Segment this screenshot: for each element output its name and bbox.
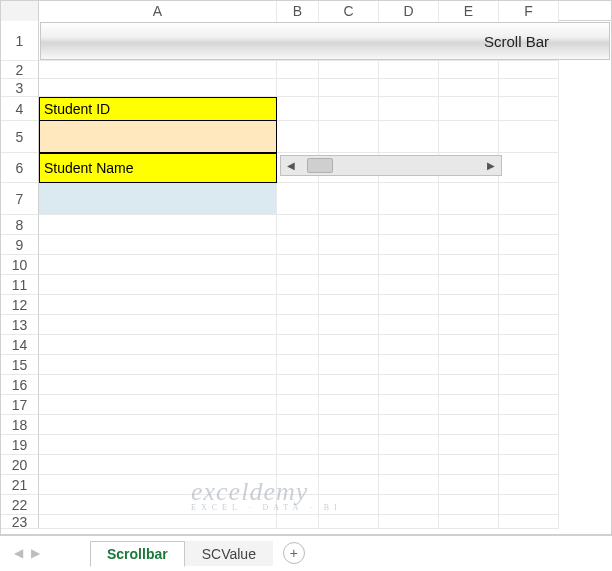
cell-F7[interactable] xyxy=(499,183,559,215)
cell-B2[interactable] xyxy=(277,61,319,79)
cell-B18[interactable] xyxy=(277,415,319,435)
row-header-13[interactable]: 13 xyxy=(1,315,39,335)
cell-A16[interactable] xyxy=(39,375,277,395)
cell-C13[interactable] xyxy=(319,315,379,335)
cell-C14[interactable] xyxy=(319,335,379,355)
cell-D10[interactable] xyxy=(379,255,439,275)
cell-B20[interactable] xyxy=(277,455,319,475)
cell-D23[interactable] xyxy=(379,515,439,529)
cell-F18[interactable] xyxy=(499,415,559,435)
col-header-D[interactable]: D xyxy=(379,1,439,21)
cell-F6[interactable] xyxy=(499,153,559,183)
row-header-8[interactable]: 8 xyxy=(1,215,39,235)
cell-A3[interactable] xyxy=(39,79,277,97)
cell-F19[interactable] xyxy=(499,435,559,455)
cell-F3[interactable] xyxy=(499,79,559,97)
cell-D11[interactable] xyxy=(379,275,439,295)
cell-A17[interactable] xyxy=(39,395,277,415)
scroll-right-arrow-icon[interactable]: ▶ xyxy=(481,156,501,175)
cell-D7[interactable] xyxy=(379,183,439,215)
cell-A14[interactable] xyxy=(39,335,277,355)
cell-A12[interactable] xyxy=(39,295,277,315)
cell-B15[interactable] xyxy=(277,355,319,375)
worksheet-grid[interactable]: A B C D E F 1234567891011121314151617181… xyxy=(0,0,612,535)
cell-A15[interactable] xyxy=(39,355,277,375)
cell-A19[interactable] xyxy=(39,435,277,455)
col-header-F[interactable]: F xyxy=(499,1,559,21)
cell-B16[interactable] xyxy=(277,375,319,395)
cell-B23[interactable] xyxy=(277,515,319,529)
row-header-1[interactable]: 1 xyxy=(1,21,39,61)
col-header-A[interactable]: A xyxy=(39,1,277,21)
cell-E14[interactable] xyxy=(439,335,499,355)
cell-D13[interactable] xyxy=(379,315,439,335)
cell-E16[interactable] xyxy=(439,375,499,395)
cell-F9[interactable] xyxy=(499,235,559,255)
cell-F21[interactable] xyxy=(499,475,559,495)
cell-E12[interactable] xyxy=(439,295,499,315)
cell-E21[interactable] xyxy=(439,475,499,495)
cell-A22[interactable] xyxy=(39,495,277,515)
row-header-19[interactable]: 19 xyxy=(1,435,39,455)
cell-D16[interactable] xyxy=(379,375,439,395)
row-header-2[interactable]: 2 xyxy=(1,61,39,79)
cell-A4[interactable]: Student ID xyxy=(39,97,277,121)
cell-B5[interactable] xyxy=(277,121,319,153)
cell-A5[interactable] xyxy=(39,121,277,153)
cell-B22[interactable] xyxy=(277,495,319,515)
cell-F22[interactable] xyxy=(499,495,559,515)
cell-F12[interactable] xyxy=(499,295,559,315)
cell-B13[interactable] xyxy=(277,315,319,335)
cell-D20[interactable] xyxy=(379,455,439,475)
col-header-E[interactable]: E xyxy=(439,1,499,21)
cell-B7[interactable] xyxy=(277,183,319,215)
cell-D19[interactable] xyxy=(379,435,439,455)
cell-F20[interactable] xyxy=(499,455,559,475)
cell-B11[interactable] xyxy=(277,275,319,295)
cell-F14[interactable] xyxy=(499,335,559,355)
cell-E10[interactable] xyxy=(439,255,499,275)
cell-D8[interactable] xyxy=(379,215,439,235)
cell-F11[interactable] xyxy=(499,275,559,295)
cell-F2[interactable] xyxy=(499,61,559,79)
cell-A20[interactable] xyxy=(39,455,277,475)
cell-C7[interactable] xyxy=(319,183,379,215)
row-header-12[interactable]: 12 xyxy=(1,295,39,315)
cell-E13[interactable] xyxy=(439,315,499,335)
cell-F23[interactable] xyxy=(499,515,559,529)
cell-E19[interactable] xyxy=(439,435,499,455)
cell-E11[interactable] xyxy=(439,275,499,295)
cell-B21[interactable] xyxy=(277,475,319,495)
cell-B10[interactable] xyxy=(277,255,319,275)
row-header-20[interactable]: 20 xyxy=(1,455,39,475)
cell-E4[interactable] xyxy=(439,97,499,121)
select-all-corner[interactable] xyxy=(1,1,39,21)
cell-B4[interactable] xyxy=(277,97,319,121)
cell-F17[interactable] xyxy=(499,395,559,415)
cell-C22[interactable] xyxy=(319,495,379,515)
cell-F4[interactable] xyxy=(499,97,559,121)
cell-C12[interactable] xyxy=(319,295,379,315)
cell-F13[interactable] xyxy=(499,315,559,335)
cell-D14[interactable] xyxy=(379,335,439,355)
row-header-18[interactable]: 18 xyxy=(1,415,39,435)
cell-C20[interactable] xyxy=(319,455,379,475)
cell-D3[interactable] xyxy=(379,79,439,97)
row-header-3[interactable]: 3 xyxy=(1,79,39,97)
row-header-10[interactable]: 10 xyxy=(1,255,39,275)
cell-C10[interactable] xyxy=(319,255,379,275)
cell-D2[interactable] xyxy=(379,61,439,79)
row-header-7[interactable]: 7 xyxy=(1,183,39,215)
cell-B3[interactable] xyxy=(277,79,319,97)
scrollbar-track[interactable] xyxy=(301,156,481,175)
cell-E20[interactable] xyxy=(439,455,499,475)
title-bar-object[interactable]: Scroll Bar xyxy=(40,22,610,60)
cells-area[interactable]: Student IDStudent Name xyxy=(39,21,611,529)
cell-E9[interactable] xyxy=(439,235,499,255)
row-header-14[interactable]: 14 xyxy=(1,335,39,355)
cell-E17[interactable] xyxy=(439,395,499,415)
cell-B14[interactable] xyxy=(277,335,319,355)
cell-A18[interactable] xyxy=(39,415,277,435)
cell-E2[interactable] xyxy=(439,61,499,79)
cell-C19[interactable] xyxy=(319,435,379,455)
